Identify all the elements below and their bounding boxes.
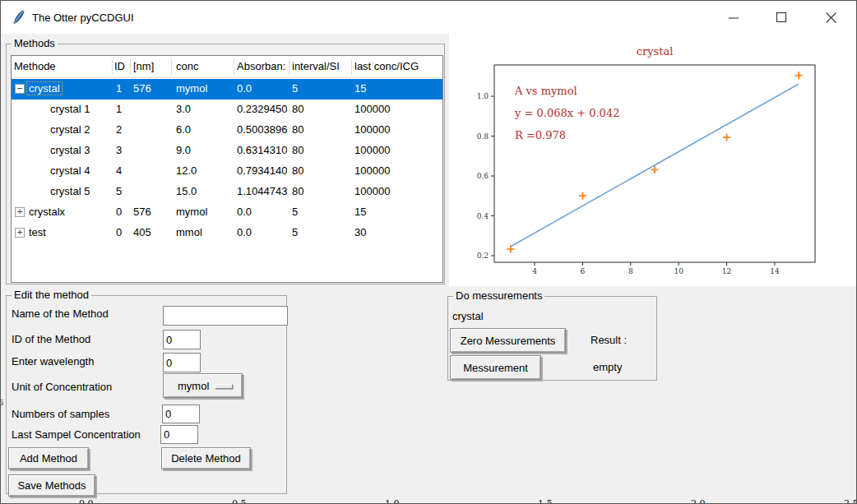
cell-id: 3 (116, 144, 122, 156)
table-row-crystalx[interactable]: +crystalx0576mymol0.0515 (12, 202, 442, 223)
column-header-conc[interactable]: conc (176, 60, 198, 72)
current-method-label: crystal (452, 310, 484, 322)
cell-interval: 80 (292, 144, 303, 156)
table-row-crystal-1[interactable]: crystal 113.00.232945080100000 (12, 99, 442, 120)
table-row-crystal[interactable]: −crystal1576mymol0.0515 (12, 79, 442, 99)
minimize-icon (728, 12, 739, 23)
last-conc-input[interactable] (160, 425, 198, 444)
cell-name: test (29, 226, 46, 238)
plot-title: crystal (637, 45, 674, 58)
table-row-crystal-2[interactable]: crystal 226.00.500389680100000 (12, 120, 442, 141)
background-edge-fragment: ( (0, 451, 2, 460)
measurement-button[interactable]: Messurement (450, 355, 541, 380)
cell-name: crystal 1 (50, 103, 90, 115)
cell-absorbance: 0.0 (237, 82, 252, 95)
cell-id: 1 (116, 82, 122, 95)
measurements-groupbox-label: Do messurements (453, 289, 544, 302)
x-tick-label: 4 (532, 267, 537, 275)
table-row-crystal-5[interactable]: crystal 5515.01.104474380100000 (12, 182, 442, 202)
methods-groupbox: Methods MethodeID[nm]concAbsorban:interv… (6, 44, 445, 284)
methods-table[interactable]: MethodeID[nm]concAbsorban:interval/SIlas… (11, 55, 443, 283)
samples-field-label: Numbers of samples (12, 408, 109, 420)
column-header-absorbance[interactable]: Absorban: (237, 60, 285, 72)
cell-absorbance: 0.7934140 (237, 164, 287, 177)
x-tick-label: 14 (770, 267, 780, 275)
y-tick-label: 0.8 (477, 132, 489, 141)
cell-interval: 5 (292, 226, 298, 238)
cell-conc: 6.0 (176, 123, 191, 136)
column-header-nm[interactable]: [nm] (133, 60, 154, 72)
cell-nm: 405 (133, 226, 151, 238)
minimize-button[interactable] (716, 1, 752, 34)
background-tick-fragment: 2.5 (844, 498, 857, 504)
expand-icon[interactable]: + (15, 207, 25, 217)
x-tick-label: 10 (674, 267, 683, 275)
y-tick-label: 1.0 (477, 92, 489, 100)
result-label: Result : (591, 334, 627, 346)
plot-canvas: crystalA vs mymoly = 0.068x + 0.042R =0.… (449, 34, 856, 286)
cell-last: 100000 (354, 185, 390, 197)
column-header-id[interactable]: ID (114, 60, 125, 72)
table-row-crystal-3[interactable]: crystal 339.00.631431080100000 (12, 141, 442, 161)
cell-absorbance: 0.5003896 (237, 123, 287, 136)
column-header-interval[interactable]: interval/SI (292, 60, 340, 72)
close-icon (825, 12, 837, 24)
name-field-label: Name of the Method (12, 307, 109, 320)
close-button[interactable] (813, 1, 849, 34)
save-methods-button[interactable]: Save Methods (8, 474, 95, 497)
background-tick-fragment: 2.0 (691, 498, 706, 504)
cell-name: crystalx (29, 206, 65, 218)
add-method-button[interactable]: Add Method (8, 447, 89, 469)
collapse-icon[interactable]: − (15, 84, 25, 94)
background-edge-fragment: ( (0, 360, 2, 369)
x-tick-label: 12 (722, 267, 731, 275)
cell-conc: 9.0 (176, 144, 191, 156)
edit-groupbox-label: Edit the method (12, 289, 91, 301)
cell-interval: 80 (292, 185, 303, 197)
column-header-name[interactable]: Methode (14, 60, 56, 72)
cell-id: 1 (116, 103, 122, 115)
column-separator (171, 59, 172, 75)
cell-conc: mymol (176, 206, 207, 218)
x-tick-label: 6 (581, 267, 586, 275)
unit-option-menu[interactable]: mymol (163, 373, 243, 398)
zero-measurements-button[interactable]: Zero Messurements (450, 328, 566, 353)
wavelength-input[interactable] (163, 353, 201, 372)
expand-icon[interactable]: + (15, 228, 25, 238)
cell-name-text: crystal (26, 81, 63, 95)
cell-interval: 80 (292, 164, 303, 177)
method-name-input[interactable] (163, 306, 288, 326)
maximize-button[interactable] (763, 1, 799, 34)
last-conc-field-label: Last Sampel Concentration (12, 428, 141, 441)
cell-absorbance: 0.0 (237, 206, 252, 218)
maximize-icon (776, 12, 787, 23)
column-separator (112, 59, 113, 75)
background-tick-fragment: 0.0 (79, 498, 94, 504)
plot-annotation: R =0.978 (515, 129, 566, 141)
cell-last: 100000 (354, 144, 390, 156)
delete-method-button[interactable]: Delete Method (161, 447, 251, 469)
column-header-last[interactable]: last conc/ICG (354, 60, 419, 72)
background-tick-fragment: 1.5 (538, 498, 553, 504)
methods-groupbox-label: Methods (12, 37, 58, 49)
y-tick-label: 0.6 (477, 172, 489, 180)
cell-conc: 15.0 (176, 185, 197, 197)
x-tick-label: 8 (628, 267, 633, 275)
unit-field-label: Unit of Concentration (12, 381, 112, 393)
cell-name: crystal 5 (50, 185, 90, 197)
title-bar: The Otter pyCCDGUI (1, 1, 856, 34)
background-tick-fragment: 0.5 (232, 498, 247, 504)
method-id-input[interactable] (163, 330, 201, 349)
background-tick-fragment: 1.0 (385, 498, 400, 504)
table-row-crystal-4[interactable]: crystal 4412.00.793414080100000 (12, 161, 442, 182)
window-title: The Otter pyCCDGUI (32, 12, 134, 24)
cell-last: 15 (354, 206, 366, 218)
samples-input[interactable] (162, 405, 200, 423)
column-separator (289, 59, 290, 75)
y-tick-label: 0.4 (477, 212, 489, 220)
table-row-test[interactable]: +test0405mmol0.0530 (12, 223, 442, 243)
cell-last: 30 (354, 226, 366, 238)
y-tick-label: 0.2 (477, 252, 489, 260)
cell-last: 100000 (354, 123, 390, 136)
cell-interval: 5 (292, 206, 298, 218)
